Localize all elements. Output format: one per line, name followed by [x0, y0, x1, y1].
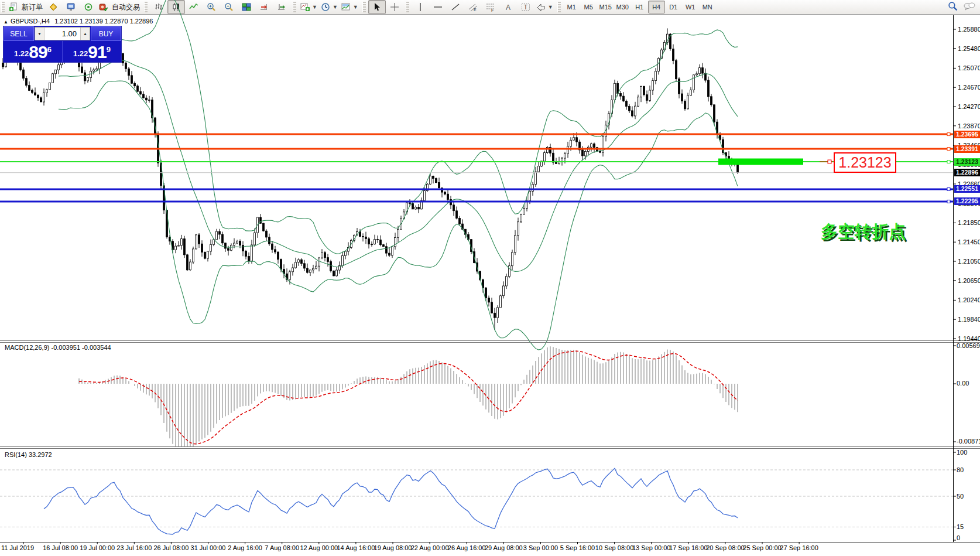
- level-end-handle: [947, 148, 950, 151]
- time-tick-label: 13 Sep 00:00: [632, 544, 670, 551]
- bb-lower: [59, 81, 738, 350]
- rsi-axis-0: 0: [957, 534, 960, 541]
- macd-axis-min: -0.008717: [957, 438, 980, 445]
- rsi-axis-15: 15: [957, 523, 964, 530]
- time-tick-label: 17 Sep 16:00: [669, 544, 707, 551]
- time-tick-label: 26 Aug 16:00: [448, 544, 486, 551]
- price-tag-1.22896: 1.22896: [954, 169, 980, 176]
- callout-connector-handle: [828, 160, 831, 163]
- horizontal-levels: [0, 133, 953, 203]
- buy-price-pipette: 9: [107, 45, 111, 54]
- time-tick-label: 5 Sep 16:00: [560, 544, 595, 551]
- time-tick-label: 19 Jul 00:00: [80, 544, 115, 551]
- price-tag-1.23695: 1.23695: [954, 131, 980, 138]
- price-tick-label: 1.19840: [958, 316, 980, 323]
- rsi-axis-100: 100: [957, 449, 967, 456]
- time-tick-label: 25 Sep 00:00: [743, 544, 781, 551]
- rsi-line: [44, 468, 738, 534]
- lot-spinner: ▼ ▲: [35, 27, 90, 40]
- time-axis: 11 Jul 201916 Jul 08:0019 Jul 00:0023 Ju…: [1, 542, 818, 551]
- macd-signal-line: [79, 351, 738, 444]
- rsi-axis-50: 50: [957, 493, 964, 500]
- panel-borders: [0, 15, 980, 543]
- time-tick-label: 11 Jul 2019: [1, 544, 34, 551]
- buy-price-prefix: 1.22: [73, 47, 88, 61]
- sell-price-big: 89: [29, 43, 47, 61]
- time-tick-label: 22 Aug 00:00: [411, 544, 449, 551]
- time-tick-label: 14 Aug 16:00: [337, 544, 375, 551]
- price-tag-1.22295: 1.22295: [954, 197, 980, 205]
- turning-point-note[interactable]: 多空转折点: [821, 220, 906, 244]
- sell-button[interactable]: SELL: [4, 26, 34, 41]
- price-tag-1.23123: 1.23123: [954, 158, 980, 166]
- buy-price[interactable]: 1.22919: [63, 41, 121, 62]
- macd-indicator-label: MACD(12,26,9) -0.003951 -0.003544: [5, 344, 111, 351]
- time-tick-label: 3 Sep 00:00: [523, 544, 558, 551]
- rsi-axis-80: 80: [957, 466, 964, 473]
- lot-increase-button[interactable]: ▲: [80, 28, 90, 40]
- macd-axis-max: 0.005692: [957, 342, 980, 349]
- sell-price-pipette: 6: [47, 45, 52, 54]
- level-end-handle: [947, 133, 950, 136]
- sell-price-prefix: 1.22: [14, 47, 29, 61]
- sell-price[interactable]: 1.22896: [4, 41, 63, 62]
- price-tick-label: 1.20240: [958, 296, 980, 303]
- time-tick-label: 16 Jul 08:00: [43, 544, 78, 551]
- price-tick-label: 1.21850: [958, 219, 980, 226]
- price-tick-label: 1.21450: [958, 238, 980, 245]
- time-tick-label: 26 Jul 08:00: [153, 544, 189, 551]
- time-tick-label: 29 Aug 08:00: [485, 544, 523, 551]
- price-tag-1.22551: 1.22551: [954, 185, 980, 193]
- one-click-trading-panel: SELL ▼ ▲ BUY 1.22896 1.22919: [3, 26, 122, 63]
- level-end-handle: [947, 161, 950, 163]
- price-tick-label: 1.19440: [958, 335, 980, 342]
- price-callout-box[interactable]: 1.23123: [834, 152, 896, 173]
- macd-histogram: [79, 346, 738, 446]
- mt4-window: 新订单 自动交易: [0, 0, 980, 556]
- macd-axis-zero: 0.00: [957, 380, 969, 387]
- price-tick-label: 1.20650: [958, 277, 980, 284]
- buy-button[interactable]: BUY: [91, 26, 121, 41]
- price-axis-ticks: 1.258801.254801.250701.246701.242701.238…: [953, 26, 980, 540]
- price-tick-label: 1.25480: [958, 45, 980, 52]
- lot-input[interactable]: [44, 28, 80, 40]
- time-tick-label: 23 Jul 16:00: [116, 544, 152, 551]
- bb-upper: [59, 0, 738, 254]
- ohlc-values: 1.23102 1.23139 1.22870 1.22896: [54, 18, 153, 25]
- price-tick-label: 1.25070: [958, 64, 980, 71]
- collapse-triangle-icon[interactable]: ▲: [4, 19, 8, 25]
- rsi-indicator-label: RSI(14) 33.2972: [5, 451, 52, 458]
- time-tick-label: 7 Aug 08:00: [265, 544, 299, 551]
- level-end-handle: [947, 187, 950, 190]
- price-tick-label: 1.24670: [958, 84, 980, 91]
- lot-decrease-button[interactable]: ▼: [35, 28, 44, 40]
- price-tick-label: 1.25880: [958, 26, 980, 33]
- price-tick-label: 1.21050: [958, 258, 980, 265]
- price-tick-label: 1.23870: [958, 122, 980, 129]
- time-tick-label: 10 Sep 08:00: [595, 544, 633, 551]
- turning-point-highlight: [718, 159, 803, 165]
- price-tick-label: 1.24270: [958, 103, 980, 110]
- buy-price-big: 91: [88, 43, 106, 61]
- price-tag-1.23391: 1.23391: [954, 145, 980, 153]
- level-end-handle: [947, 200, 950, 203]
- chart-header: ▲GBPUSD-,H41.23102 1.23139 1.22870 1.228…: [4, 18, 153, 25]
- time-tick-label: 27 Sep 16:00: [780, 544, 818, 551]
- chart-canvas[interactable]: 1.258801.254801.250701.246701.242701.238…: [0, 0, 980, 556]
- candles: [2, 28, 739, 330]
- time-tick-label: 31 Jul 00:00: [191, 544, 226, 551]
- time-tick-label: 2 Aug 16:00: [228, 544, 262, 551]
- time-tick-label: 20 Sep 08:00: [706, 544, 744, 551]
- rsi-level-lines: [0, 470, 953, 527]
- time-tick-label: 19 Aug 08:00: [374, 544, 412, 551]
- symbol-period-label: GBPUSD-,H4: [11, 18, 50, 25]
- time-tick-label: 12 Aug 00:00: [300, 544, 338, 551]
